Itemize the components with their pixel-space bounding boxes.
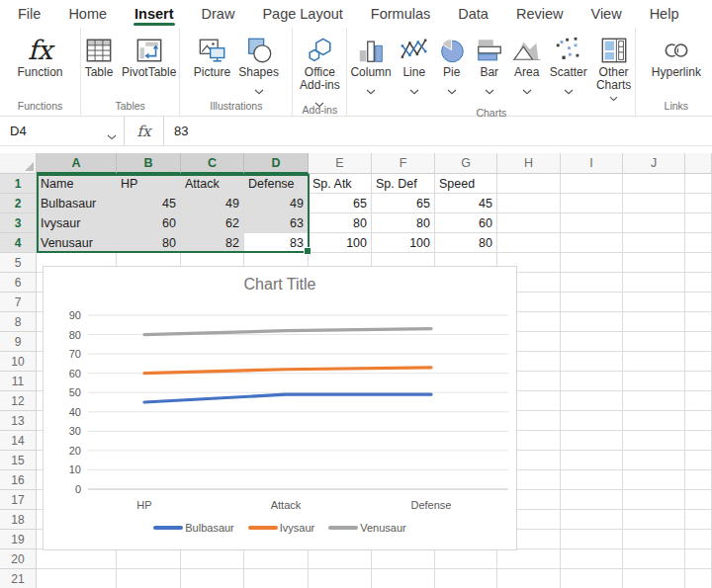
- tab-help[interactable]: Help: [636, 0, 693, 28]
- line-button[interactable]: Line: [397, 33, 432, 90]
- fill-handle[interactable]: [304, 247, 312, 255]
- cell-partial-4[interactable]: [685, 233, 712, 253]
- cell-partial-14[interactable]: [685, 431, 712, 451]
- cell-F1[interactable]: Sp. Def: [372, 174, 435, 194]
- row-header-1[interactable]: 1: [0, 174, 37, 194]
- cell-A21[interactable]: [37, 569, 117, 588]
- cell-D21[interactable]: [244, 569, 309, 588]
- scatter-button[interactable]: Scatter: [547, 33, 590, 90]
- cell-I21[interactable]: [561, 569, 623, 588]
- cell-J11[interactable]: [623, 372, 685, 391]
- cell-I12[interactable]: [561, 391, 623, 411]
- row-header-3[interactable]: 3: [0, 213, 37, 233]
- cell-F4[interactable]: 100: [372, 233, 435, 253]
- row-header-17[interactable]: 17: [0, 490, 37, 510]
- cell-H1[interactable]: [497, 174, 561, 194]
- cell-F20[interactable]: [372, 549, 435, 569]
- cell-E21[interactable]: [309, 569, 372, 588]
- cell-G21[interactable]: [435, 569, 497, 588]
- cell-D3[interactable]: 63: [244, 213, 309, 233]
- cell-I13[interactable]: [561, 411, 623, 431]
- cell-J17[interactable]: [623, 490, 685, 510]
- column-header-h[interactable]: H: [497, 153, 561, 174]
- cell-I2[interactable]: [561, 194, 623, 213]
- cell-partial-3[interactable]: [685, 213, 712, 233]
- cell-A1[interactable]: Name: [37, 174, 117, 194]
- bar-button[interactable]: Bar: [472, 33, 507, 90]
- cell-J12[interactable]: [623, 391, 685, 411]
- pivottable-button[interactable]: PivotTable: [119, 33, 179, 80]
- cell-partial-7[interactable]: [685, 293, 712, 312]
- cell-A20[interactable]: [37, 549, 117, 569]
- cell-J18[interactable]: [623, 510, 685, 530]
- cell-I10[interactable]: [561, 352, 623, 372]
- hyperlink-button[interactable]: Hyperlink: [649, 33, 704, 80]
- column-header-d[interactable]: D: [244, 153, 309, 174]
- cell-partial-17[interactable]: [685, 490, 712, 510]
- cell-I3[interactable]: [561, 213, 623, 233]
- cell-J20[interactable]: [623, 549, 685, 569]
- cell-I11[interactable]: [561, 372, 623, 391]
- cell-partial-20[interactable]: [685, 549, 712, 569]
- cell-C1[interactable]: Attack: [181, 174, 244, 194]
- cell-partial-11[interactable]: [685, 372, 712, 391]
- cell-partial-19[interactable]: [685, 530, 712, 549]
- cell-C3[interactable]: 62: [181, 213, 244, 233]
- cell-partial-13[interactable]: [685, 411, 712, 431]
- cell-J5[interactable]: [623, 253, 685, 273]
- cell-partial-1[interactable]: [685, 174, 712, 194]
- name-box[interactable]: D4: [0, 117, 125, 145]
- cell-J2[interactable]: [623, 194, 685, 213]
- row-header-12[interactable]: 12: [0, 391, 37, 411]
- cell-B3[interactable]: 60: [117, 213, 181, 233]
- column-header-b[interactable]: B: [117, 153, 181, 174]
- cell-B1[interactable]: HP: [117, 174, 181, 194]
- cell-partial-16[interactable]: [685, 470, 712, 490]
- cell-D4[interactable]: 83: [244, 233, 309, 253]
- tab-file[interactable]: File: [4, 0, 54, 28]
- cell-C21[interactable]: [181, 569, 244, 588]
- cell-J4[interactable]: [623, 233, 685, 253]
- column-header-i[interactable]: I: [561, 153, 623, 174]
- tab-draw[interactable]: Draw: [188, 0, 249, 28]
- cell-E4[interactable]: 100: [309, 233, 372, 253]
- cell-I18[interactable]: [561, 510, 623, 530]
- column-header-f[interactable]: F: [372, 153, 435, 174]
- tab-home[interactable]: Home: [54, 0, 121, 28]
- row-header-2[interactable]: 2: [0, 194, 37, 213]
- cell-partial-2[interactable]: [685, 194, 712, 213]
- cell-partial-15[interactable]: [685, 451, 712, 470]
- tab-data[interactable]: Data: [444, 0, 502, 28]
- insert-function-button[interactable]: fx: [125, 117, 164, 145]
- tab-insert[interactable]: Insert: [121, 0, 188, 28]
- cell-J21[interactable]: [623, 569, 685, 588]
- cell-D20[interactable]: [244, 549, 309, 569]
- tab-review[interactable]: Review: [502, 0, 578, 28]
- row-header-6[interactable]: 6: [0, 273, 37, 293]
- cell-J13[interactable]: [623, 411, 685, 431]
- row-header-20[interactable]: 20: [0, 549, 37, 569]
- cell-H20[interactable]: [497, 549, 561, 569]
- row-header-16[interactable]: 16: [0, 470, 37, 490]
- column-header-e[interactable]: E: [309, 153, 372, 174]
- cell-J10[interactable]: [623, 352, 685, 372]
- cell-A4[interactable]: Venusaur: [37, 233, 117, 253]
- cell-F21[interactable]: [372, 569, 435, 588]
- cell-I19[interactable]: [561, 530, 623, 549]
- table-button[interactable]: Table: [81, 33, 117, 80]
- cell-G2[interactable]: 45: [435, 194, 497, 213]
- select-all-corner[interactable]: [0, 153, 37, 174]
- column-header-c[interactable]: C: [181, 153, 244, 174]
- row-header-19[interactable]: 19: [0, 530, 37, 549]
- row-header-5[interactable]: 5: [0, 253, 37, 273]
- row-header-11[interactable]: 11: [0, 372, 37, 391]
- cell-D2[interactable]: 49: [244, 194, 309, 213]
- cell-B4[interactable]: 80: [117, 233, 181, 253]
- cell-J3[interactable]: [623, 213, 685, 233]
- cell-H21[interactable]: [497, 569, 561, 588]
- cell-partial-21[interactable]: [685, 569, 712, 588]
- area-button[interactable]: Area: [509, 33, 545, 90]
- cell-G20[interactable]: [435, 549, 497, 569]
- function-button[interactable]: fxFunction: [14, 33, 65, 80]
- cell-partial-6[interactable]: [685, 273, 712, 293]
